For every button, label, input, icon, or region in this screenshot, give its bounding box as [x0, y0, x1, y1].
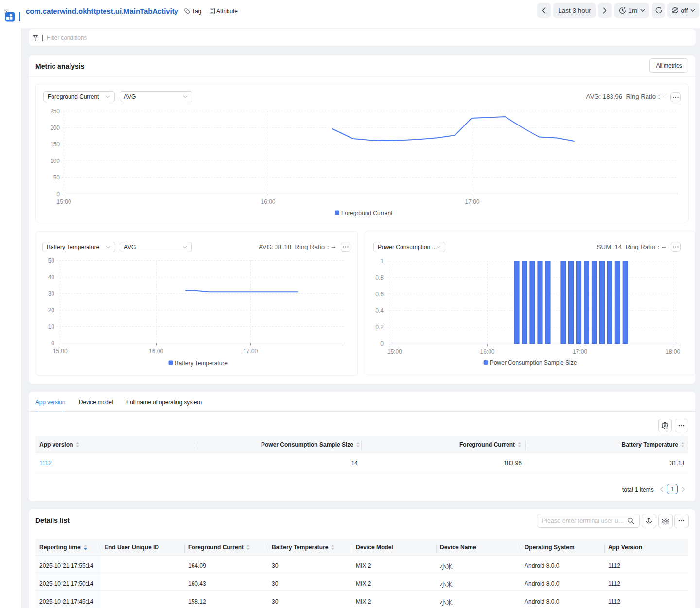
svg-text:17:00: 17:00 — [573, 348, 587, 355]
svg-text:10: 10 — [48, 323, 55, 330]
svg-text:20: 20 — [48, 307, 55, 314]
svg-text:40: 40 — [48, 274, 55, 281]
svg-text:16:00: 16:00 — [149, 348, 163, 355]
svg-text:16:00: 16:00 — [480, 348, 494, 355]
svg-text:200: 200 — [50, 125, 60, 131]
svg-text:0: 0 — [380, 340, 384, 347]
svg-text:1: 1 — [380, 258, 384, 265]
svg-text:30: 30 — [48, 290, 55, 297]
svg-text:15:00: 15:00 — [56, 198, 71, 205]
svg-text:17:00: 17:00 — [243, 348, 258, 355]
svg-text:Foreground Current: Foreground Current — [341, 210, 393, 216]
svg-text:50: 50 — [48, 257, 55, 264]
svg-text:16:00: 16:00 — [261, 198, 275, 205]
svg-text:250: 250 — [50, 108, 60, 115]
svg-text:100: 100 — [50, 158, 60, 164]
svg-text:0.8: 0.8 — [375, 274, 384, 281]
svg-text:0: 0 — [51, 340, 54, 347]
svg-text:Power Consumption Sample Size: Power Consumption Sample Size — [490, 359, 577, 366]
svg-text:18:00: 18:00 — [665, 348, 680, 355]
svg-text:15:00: 15:00 — [53, 348, 68, 355]
svg-text:0: 0 — [56, 191, 60, 197]
svg-text:17:00: 17:00 — [465, 198, 479, 205]
svg-text:15:00: 15:00 — [387, 348, 402, 355]
svg-text:0.6: 0.6 — [375, 291, 384, 298]
svg-text:150: 150 — [50, 141, 60, 148]
svg-text:0.4: 0.4 — [375, 307, 384, 314]
svg-text:50: 50 — [53, 174, 60, 181]
svg-text:0.2: 0.2 — [375, 324, 384, 331]
svg-text:Battery Temperature: Battery Temperature — [175, 360, 228, 367]
